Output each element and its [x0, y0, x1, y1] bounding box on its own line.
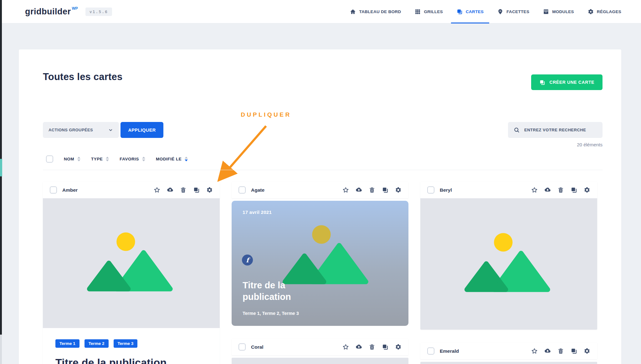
publication-title: Titre de la publication: [243, 280, 311, 303]
duplicate-copy-icon[interactable]: [193, 187, 200, 193]
card-settings-gear-icon[interactable]: [584, 348, 590, 354]
column-label: FAVORIS: [120, 157, 139, 161]
duplicate-copy-icon[interactable]: [571, 348, 577, 354]
list-divider: [43, 170, 603, 170]
nav-tableau-de-bord[interactable]: TABLEAU DE BORD: [350, 0, 401, 23]
grid-column-1: Amber Terme 1 Terme 2 Terme 3 Titre: [43, 182, 220, 364]
grid-column-2: Agate 17 avril 2021 f Titre de la public…: [232, 182, 408, 364]
card-row-header: Beryl: [420, 182, 597, 198]
duplicate-copy-icon[interactable]: [382, 187, 388, 193]
create-card-button[interactable]: CRÉER UNE CARTE: [531, 74, 603, 90]
card-preview-overlay: 17 avril 2021 f Titre de la publication …: [232, 201, 408, 326]
sort-type[interactable]: TYPE: [91, 157, 109, 161]
facebook-icon[interactable]: f: [242, 255, 253, 265]
duplicate-copy-icon[interactable]: [571, 187, 577, 193]
card-settings-gear-icon[interactable]: [584, 187, 590, 193]
grid-icon: [415, 9, 421, 15]
export-cloud-download-icon[interactable]: [356, 344, 362, 350]
sort-carets-icon: [185, 157, 188, 161]
apply-button[interactable]: APPLIQUER: [121, 122, 163, 138]
wp-admin-sidebar-lower: [0, 335, 2, 364]
preview-art-slot: [279, 221, 363, 282]
card-preview-image: [420, 198, 597, 330]
search-icon: [514, 127, 520, 133]
duplicate-copy-icon[interactable]: [382, 344, 388, 350]
nav-facettes[interactable]: FACETTES: [497, 0, 529, 23]
card-preview-body: Terme 1 Terme 2 Terme 3 Titre de la publ…: [43, 328, 220, 364]
term-badge[interactable]: Terme 3: [114, 339, 138, 348]
publication-terms: Terme 1, Terme 2, Terme 3: [243, 311, 299, 316]
delete-trash-icon[interactable]: [369, 187, 375, 193]
delete-trash-icon[interactable]: [369, 344, 375, 350]
export-cloud-download-icon[interactable]: [167, 187, 173, 193]
term-badge[interactable]: Terme 1: [55, 339, 79, 348]
delete-trash-icon[interactable]: [180, 187, 187, 193]
bulk-actions-select[interactable]: ACTIONS GROUPÉES: [43, 122, 119, 138]
card-settings-gear-icon[interactable]: [395, 187, 402, 193]
create-card-label: CRÉER UNE CARTE: [549, 80, 594, 85]
card-checkbox[interactable]: [427, 347, 434, 355]
nav-label: FACETTES: [506, 9, 529, 14]
card-row-header: Agate: [232, 182, 408, 198]
search-input[interactable]: [524, 128, 597, 132]
nav-label: CARTES: [466, 9, 484, 14]
card-actions: [342, 344, 402, 350]
delete-trash-icon[interactable]: [557, 187, 564, 193]
export-cloud-download-icon[interactable]: [544, 348, 551, 354]
card-actions: [342, 187, 402, 193]
column-label: NOM: [64, 157, 74, 161]
card-preview-image: [43, 198, 220, 328]
nav-grilles[interactable]: GRILLES: [415, 0, 443, 23]
card-settings-gear-icon[interactable]: [395, 344, 402, 350]
sort-nom[interactable]: NOM: [64, 157, 80, 161]
card-amber: Amber Terme 1 Terme 2 Terme 3 Titre: [43, 182, 220, 364]
logo-wp-badge: WP: [72, 6, 78, 11]
app-logo[interactable]: gridbuilder WP: [25, 7, 78, 17]
card-actions: [531, 348, 590, 354]
export-cloud-download-icon[interactable]: [356, 187, 362, 193]
mountain-small: [89, 263, 128, 289]
nav-reglages[interactable]: RÉGLAGES: [588, 0, 621, 23]
favorite-star-icon[interactable]: [342, 187, 349, 193]
export-cloud-download-icon[interactable]: [544, 187, 551, 193]
favorite-star-icon[interactable]: [531, 187, 538, 193]
select-all-checkbox[interactable]: [46, 155, 53, 163]
card-checkbox[interactable]: [238, 343, 246, 351]
nav-label: RÉGLAGES: [597, 9, 621, 14]
nav-label: GRILLES: [424, 9, 443, 14]
term-badge[interactable]: Terme 2: [85, 339, 109, 348]
items-count: 20 éléments: [577, 142, 603, 147]
mountain-small: [285, 256, 324, 282]
card-checkbox[interactable]: [50, 186, 57, 194]
card-name: Emerald: [440, 348, 459, 354]
sort-favoris[interactable]: FAVORIS: [120, 157, 145, 161]
annotation-arrow: [216, 124, 279, 187]
term-badges: Terme 1 Terme 2 Terme 3: [55, 339, 207, 348]
favorite-star-icon[interactable]: [154, 187, 160, 193]
nav-modules[interactable]: MODULES: [543, 0, 574, 23]
image-placeholder-art: [83, 228, 180, 297]
cards-icon: [457, 9, 463, 15]
home-icon: [350, 9, 356, 15]
sidebar-accent-tab: [0, 159, 2, 176]
card-settings-gear-icon[interactable]: [206, 187, 213, 193]
list-header: NOM TYPE FAVORIS MODIFIÉ LE: [46, 154, 188, 164]
card-actions: [531, 187, 590, 193]
favorite-star-icon[interactable]: [342, 344, 349, 350]
create-cards-icon: [539, 79, 545, 85]
delete-trash-icon[interactable]: [557, 348, 564, 354]
publication-title: Titre de la publication: [55, 356, 207, 364]
favorite-star-icon[interactable]: [531, 348, 538, 354]
sort-carets-icon: [77, 157, 80, 161]
gear-icon: [588, 9, 594, 15]
search-box: [508, 122, 603, 138]
card-beryl: Beryl: [420, 182, 597, 330]
dupliquer-annotation: DUPLIQUER: [225, 111, 307, 118]
sort-modifie-le[interactable]: MODIFIÉ LE: [156, 157, 188, 161]
card-checkbox[interactable]: [427, 186, 434, 194]
sun-icon: [116, 232, 135, 251]
card-name: Amber: [62, 187, 78, 193]
card-checkbox[interactable]: [238, 186, 246, 194]
card-actions: [154, 187, 213, 193]
nav-cartes[interactable]: CARTES: [457, 0, 484, 23]
